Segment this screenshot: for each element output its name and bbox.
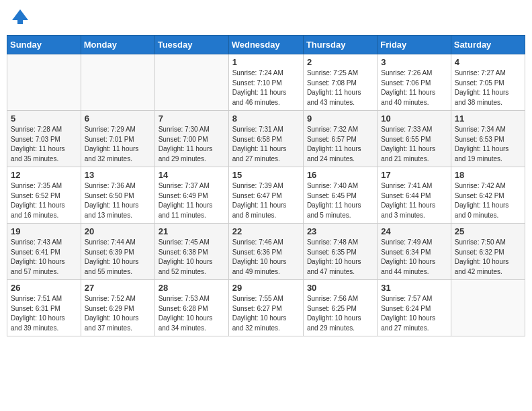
calendar-cell: 13Sunrise: 7:36 AM Sunset: 6:50 PM Dayli… [81,167,154,224]
day-number: 21 [159,226,225,236]
calendar-week-row: 5Sunrise: 7:28 AM Sunset: 7:03 PM Daylig… [7,111,525,167]
day-info: Sunrise: 7:53 AM Sunset: 6:28 PM Dayligh… [159,294,225,333]
day-info: Sunrise: 7:57 AM Sunset: 6:24 PM Dayligh… [381,294,447,333]
svg-marker-0 [12,9,28,20]
day-number: 20 [85,226,151,236]
calendar-cell: 17Sunrise: 7:41 AM Sunset: 6:44 PM Dayli… [378,167,451,224]
svg-rect-1 [17,20,23,24]
day-number: 26 [11,283,77,293]
day-info: Sunrise: 7:40 AM Sunset: 6:45 PM Dayligh… [307,181,373,220]
calendar-cell: 9Sunrise: 7:32 AM Sunset: 6:57 PM Daylig… [303,111,377,167]
header-thursday: Thursday [303,36,377,54]
day-number: 24 [381,226,447,236]
calendar-cell: 18Sunrise: 7:42 AM Sunset: 6:42 PM Dayli… [451,167,525,224]
day-info: Sunrise: 7:56 AM Sunset: 6:25 PM Dayligh… [307,294,373,333]
calendar-cell: 6Sunrise: 7:29 AM Sunset: 7:01 PM Daylig… [81,111,154,167]
day-number: 28 [159,283,225,293]
calendar-cell: 24Sunrise: 7:49 AM Sunset: 6:34 PM Dayli… [378,224,451,280]
day-number: 4 [455,57,521,67]
day-info: Sunrise: 7:30 AM Sunset: 7:00 PM Dayligh… [159,125,225,164]
logo-icon [9,7,31,28]
calendar-header-row: SundayMondayTuesdayWednesdayThursdayFrid… [7,36,525,54]
day-info: Sunrise: 7:34 AM Sunset: 6:53 PM Dayligh… [455,125,521,164]
calendar-cell: 25Sunrise: 7:50 AM Sunset: 6:32 PM Dayli… [451,224,525,280]
day-info: Sunrise: 7:35 AM Sunset: 6:52 PM Dayligh… [11,181,77,220]
day-info: Sunrise: 7:24 AM Sunset: 7:10 PM Dayligh… [232,68,300,107]
calendar-cell: 3Sunrise: 7:26 AM Sunset: 7:06 PM Daylig… [378,54,451,111]
calendar-week-row: 26Sunrise: 7:51 AM Sunset: 6:31 PM Dayli… [7,280,525,336]
day-info: Sunrise: 7:45 AM Sunset: 6:38 PM Dayligh… [159,238,225,277]
day-info: Sunrise: 7:33 AM Sunset: 6:55 PM Dayligh… [381,125,447,164]
day-number: 7 [159,113,225,124]
calendar-cell: 7Sunrise: 7:30 AM Sunset: 7:00 PM Daylig… [154,111,228,167]
day-info: Sunrise: 7:50 AM Sunset: 6:32 PM Dayligh… [455,238,521,277]
day-number: 30 [307,283,373,293]
day-info: Sunrise: 7:39 AM Sunset: 6:47 PM Dayligh… [232,181,300,220]
day-info: Sunrise: 7:25 AM Sunset: 7:08 PM Dayligh… [307,68,373,107]
header-tuesday: Tuesday [154,36,228,54]
header-sunday: Sunday [7,36,81,54]
calendar-cell: 1Sunrise: 7:24 AM Sunset: 7:10 PM Daylig… [228,54,303,111]
day-number: 29 [232,283,300,293]
calendar-week-row: 19Sunrise: 7:43 AM Sunset: 6:41 PM Dayli… [7,224,525,280]
day-number: 16 [307,170,373,180]
day-number: 3 [381,57,447,67]
day-info: Sunrise: 7:43 AM Sunset: 6:41 PM Dayligh… [11,238,77,277]
day-number: 23 [307,226,373,236]
calendar-cell: 22Sunrise: 7:46 AM Sunset: 6:36 PM Dayli… [228,224,303,280]
logo [9,7,34,28]
calendar-cell: 30Sunrise: 7:56 AM Sunset: 6:25 PM Dayli… [303,280,377,336]
day-number: 15 [232,170,300,180]
day-info: Sunrise: 7:31 AM Sunset: 6:58 PM Dayligh… [232,125,300,164]
day-number: 6 [85,113,151,124]
day-number: 8 [232,113,300,124]
day-number: 13 [85,170,151,180]
calendar-cell [154,54,228,111]
day-info: Sunrise: 7:48 AM Sunset: 6:35 PM Dayligh… [307,238,373,277]
calendar-cell: 28Sunrise: 7:53 AM Sunset: 6:28 PM Dayli… [154,280,228,336]
day-info: Sunrise: 7:52 AM Sunset: 6:29 PM Dayligh… [85,294,151,333]
header-saturday: Saturday [451,36,525,54]
calendar-cell: 4Sunrise: 7:27 AM Sunset: 7:05 PM Daylig… [451,54,525,111]
calendar-cell: 14Sunrise: 7:37 AM Sunset: 6:49 PM Dayli… [154,167,228,224]
header-monday: Monday [81,36,154,54]
day-number: 1 [232,57,300,67]
header-friday: Friday [378,36,451,54]
day-number: 31 [381,283,447,293]
calendar-cell [7,54,81,111]
calendar-cell: 29Sunrise: 7:55 AM Sunset: 6:27 PM Dayli… [228,280,303,336]
calendar-cell [451,280,525,336]
day-number: 9 [307,113,373,124]
calendar-cell [81,54,154,111]
day-number: 19 [11,226,77,236]
day-number: 12 [11,170,77,180]
calendar-cell: 11Sunrise: 7:34 AM Sunset: 6:53 PM Dayli… [451,111,525,167]
calendar-cell: 2Sunrise: 7:25 AM Sunset: 7:08 PM Daylig… [303,54,377,111]
day-number: 17 [381,170,447,180]
calendar-cell: 8Sunrise: 7:31 AM Sunset: 6:58 PM Daylig… [228,111,303,167]
header-wednesday: Wednesday [228,36,303,54]
day-info: Sunrise: 7:49 AM Sunset: 6:34 PM Dayligh… [381,238,447,277]
day-info: Sunrise: 7:41 AM Sunset: 6:44 PM Dayligh… [381,181,447,220]
day-info: Sunrise: 7:42 AM Sunset: 6:42 PM Dayligh… [455,181,521,220]
day-number: 25 [455,226,521,236]
day-info: Sunrise: 7:28 AM Sunset: 7:03 PM Dayligh… [11,125,77,164]
day-number: 18 [455,170,521,180]
calendar-cell: 12Sunrise: 7:35 AM Sunset: 6:52 PM Dayli… [7,167,81,224]
page-header [7,7,525,28]
calendar-cell: 19Sunrise: 7:43 AM Sunset: 6:41 PM Dayli… [7,224,81,280]
day-number: 22 [232,226,300,236]
day-number: 11 [455,113,521,124]
day-info: Sunrise: 7:46 AM Sunset: 6:36 PM Dayligh… [232,238,300,277]
calendar-week-row: 12Sunrise: 7:35 AM Sunset: 6:52 PM Dayli… [7,167,525,224]
calendar-cell: 10Sunrise: 7:33 AM Sunset: 6:55 PM Dayli… [378,111,451,167]
calendar-cell: 16Sunrise: 7:40 AM Sunset: 6:45 PM Dayli… [303,167,377,224]
day-number: 10 [381,113,447,124]
day-number: 5 [11,113,77,124]
day-info: Sunrise: 7:32 AM Sunset: 6:57 PM Dayligh… [307,125,373,164]
calendar-cell: 21Sunrise: 7:45 AM Sunset: 6:38 PM Dayli… [154,224,228,280]
day-info: Sunrise: 7:27 AM Sunset: 7:05 PM Dayligh… [455,68,521,107]
calendar-cell: 31Sunrise: 7:57 AM Sunset: 6:24 PM Dayli… [378,280,451,336]
calendar-cell: 26Sunrise: 7:51 AM Sunset: 6:31 PM Dayli… [7,280,81,336]
calendar-week-row: 1Sunrise: 7:24 AM Sunset: 7:10 PM Daylig… [7,54,525,111]
